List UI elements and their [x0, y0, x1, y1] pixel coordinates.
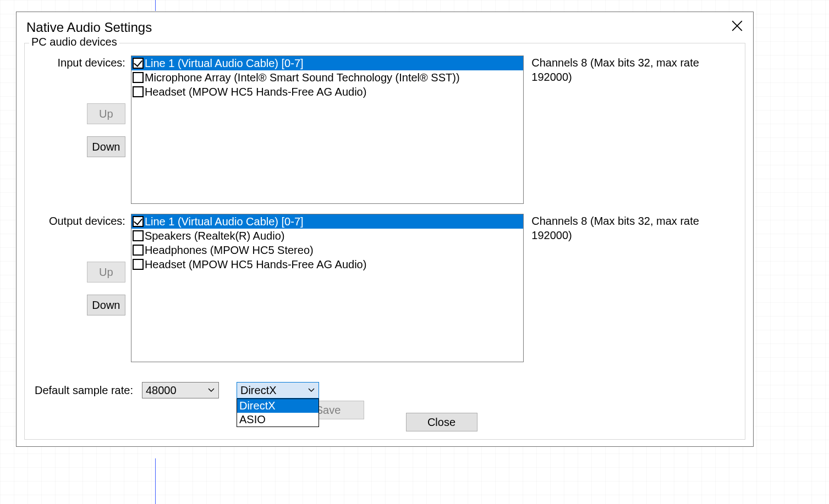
output-down-button[interactable]: Down — [87, 295, 125, 315]
checkbox-icon[interactable] — [133, 86, 144, 97]
checkbox-icon[interactable] — [133, 230, 144, 241]
dialog-button-row: Save Close — [25, 401, 745, 431]
input-down-button[interactable]: Down — [87, 136, 125, 157]
sample-rate-combobox[interactable]: 48000 — [142, 382, 219, 398]
input-device-item[interactable]: Headset (MPOW HC5 Hands-Free AG Audio) — [131, 85, 523, 99]
input-up-button[interactable]: Up — [87, 103, 125, 124]
output-device-item-label: Headphones (MPOW HC5 Stereo) — [145, 244, 314, 257]
output-leftcol: Output devices: Up Down — [35, 214, 131, 315]
checkbox-icon[interactable] — [133, 245, 144, 256]
input-device-item-label: Microphone Array (Intel® Smart Sound Tec… — [145, 71, 460, 84]
input-device-item[interactable]: Microphone Array (Intel® Smart Sound Tec… — [131, 70, 523, 85]
input-device-item[interactable]: Line 1 (Virtual Audio Cable) [0-7] — [131, 56, 523, 70]
output-device-info: Channels 8 (Max bits 32, max rate 192000… — [531, 214, 735, 242]
group-legend: PC audio devices — [29, 36, 119, 48]
pc-audio-devices-group: PC audio devices Input devices: Up Down … — [24, 43, 745, 440]
checkbox-icon[interactable] — [133, 58, 144, 69]
ruler-cursor-bottom — [155, 458, 156, 504]
checkbox-icon[interactable] — [133, 72, 144, 83]
input-leftcol: Input devices: Up Down — [35, 56, 131, 157]
output-up-button[interactable]: Up — [87, 262, 125, 283]
input-device-info: Channels 8 (Max bits 32, max rate 192000… — [531, 56, 735, 84]
input-devices-label: Input devices: — [57, 56, 125, 103]
input-devices-listbox[interactable]: Line 1 (Virtual Audio Cable) [0-7]Microp… — [131, 56, 524, 204]
chevron-down-icon — [304, 383, 319, 398]
output-device-item[interactable]: Headphones (MPOW HC5 Stereo) — [131, 243, 523, 257]
audio-api-dropdown[interactable]: DirectXASIO — [237, 398, 319, 427]
audio-api-option[interactable]: DirectX — [237, 399, 319, 413]
bottom-controls: Default sample rate: 48000 DirectX Direc… — [35, 382, 319, 398]
checkbox-icon[interactable] — [133, 216, 144, 227]
input-device-item-label: Line 1 (Virtual Audio Cable) [0-7] — [145, 57, 304, 70]
output-device-item[interactable]: Line 1 (Virtual Audio Cable) [0-7] — [131, 214, 523, 229]
dialog-titlebar: Native Audio Settings — [17, 12, 753, 40]
close-icon[interactable] — [731, 20, 743, 32]
chevron-down-icon — [204, 383, 218, 398]
output-device-item[interactable]: Speakers (Realtek(R) Audio) — [131, 229, 523, 243]
dialog-title: Native Audio Settings — [26, 16, 152, 35]
output-device-item-label: Headset (MPOW HC5 Hands-Free AG Audio) — [145, 258, 366, 271]
output-devices-row: Output devices: Up Down Line 1 (Virtual … — [35, 214, 735, 362]
ruler-cursor-top — [155, 0, 156, 11]
audio-api-value: DirectX — [237, 383, 304, 398]
output-device-item[interactable]: Headset (MPOW HC5 Hands-Free AG Audio) — [131, 257, 523, 272]
sample-rate-label: Default sample rate: — [35, 384, 133, 397]
checkbox-icon[interactable] — [133, 259, 144, 270]
native-audio-settings-dialog: Native Audio Settings PC audio devices I… — [16, 12, 754, 447]
output-devices-label: Output devices: — [49, 214, 125, 262]
output-device-item-label: Speakers (Realtek(R) Audio) — [145, 230, 285, 242]
output-devices-listbox[interactable]: Line 1 (Virtual Audio Cable) [0-7]Speake… — [131, 214, 524, 362]
audio-api-option[interactable]: ASIO — [237, 413, 319, 427]
audio-api-combobox[interactable]: DirectX DirectXASIO — [237, 382, 319, 398]
input-device-item-label: Headset (MPOW HC5 Hands-Free AG Audio) — [145, 86, 366, 98]
input-devices-row: Input devices: Up Down Line 1 (Virtual A… — [35, 56, 735, 204]
sample-rate-value: 48000 — [142, 383, 204, 398]
output-device-item-label: Line 1 (Virtual Audio Cable) [0-7] — [145, 215, 304, 228]
close-button[interactable]: Close — [406, 413, 477, 431]
